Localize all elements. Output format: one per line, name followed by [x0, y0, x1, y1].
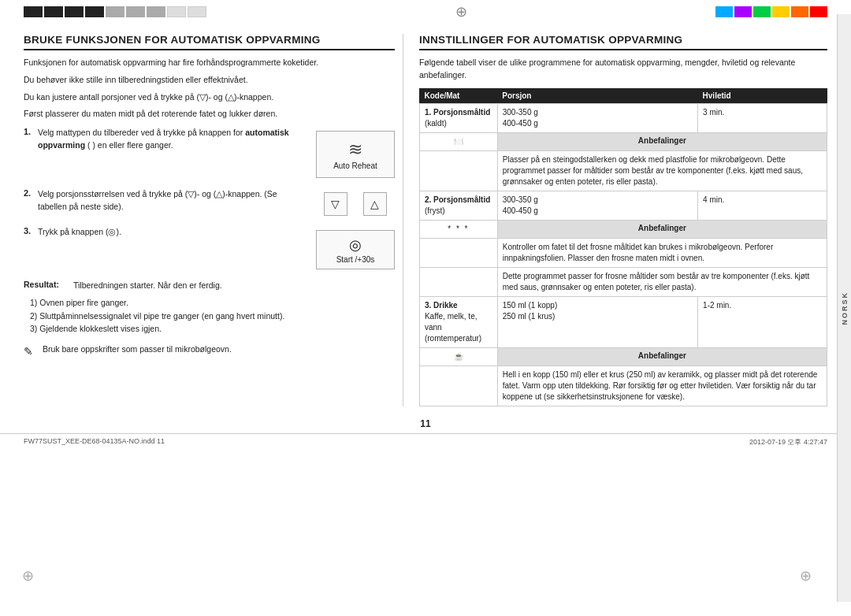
food-sub-3: Kaffe, melk, te, vann (romtemperatur) [425, 312, 481, 343]
col-kode: Kode/Mat [419, 88, 497, 104]
black-sq-1 [24, 6, 43, 17]
white-sq-2 [188, 6, 206, 17]
anbefalinger-row-1: Plasser på en steingodstallerken og dekk… [419, 150, 827, 191]
anbefalinger-text-2a: Kontroller om fatet til det frosne målti… [497, 238, 827, 267]
intro-para-2: Du behøver ikke stille inn tilberednings… [24, 74, 395, 87]
step-3-number: 3. [24, 226, 33, 239]
left-section-title: BRUKE FUNKSJONEN FOR AUTOMATISK OPPVARMI… [24, 34, 395, 50]
resultat-block: Resultat: Tilberedningen starter. Når de… [24, 280, 395, 292]
anbefalinger-row-3: Hell i en kopp (150 ml) eller et krus (2… [419, 366, 827, 406]
food-name-2: 2. Porsjonsmåltid (fryst) [419, 191, 497, 220]
page-number: 11 [0, 418, 851, 429]
auto-reheat-button: ≋ Auto Reheat [316, 131, 395, 178]
color-purple [734, 6, 752, 17]
color-blue [715, 6, 733, 17]
sub-item-2: 2) Sluttpåminnelsessignalet vil pipe tre… [30, 310, 395, 323]
portions-2: 300-350 g 400-450 g [497, 191, 697, 220]
info-table: Kode/Mat Porsjon Hviletid 1. Porsjonsmål… [419, 88, 827, 406]
intro-para-4: Først plasserer du maten midt på det rot… [24, 108, 395, 121]
sub-item-3: 3) Gjeldende klokkeslett vises igjen. [30, 322, 395, 336]
anbefalinger-text-2b: Dette programmet passer for frosne målti… [497, 267, 827, 296]
norsk-vertical-label: NORSK [841, 291, 849, 325]
left-column: BRUKE FUNKSJONEN FOR AUTOMATISK OPPVARMI… [24, 34, 403, 406]
food-icon-cell-2: * * * [419, 220, 497, 238]
hviletid-2: 4 min. [698, 191, 827, 220]
step-1-bold-suffix: ( ) en eller flere ganger. [85, 140, 173, 150]
black-sq-3 [65, 6, 84, 17]
white-sq-1 [167, 6, 186, 17]
anbefalinger-header-2: Anbefalinger [497, 220, 827, 238]
anbefalinger-text-3: Hell i en kopp (150 ml) eller et krus (2… [497, 366, 827, 406]
note-icon: ✎ [24, 343, 38, 360]
color-orange [791, 6, 808, 17]
right-section-title: INNSTILLINGER FOR AUTOMATISK OPPVARMING [419, 34, 827, 50]
food-sub-1: (kaldt) [425, 119, 447, 128]
table-header-row: Kode/Mat Porsjon Hviletid [419, 88, 827, 104]
step-1-text: Velg mattypen du tilbereder ved å trykke… [38, 128, 245, 137]
intro-para-1: Funksjonen for automatisk oppvarming har… [24, 57, 395, 69]
header-right-colors [715, 6, 835, 17]
food-row-1: 1. Porsjonsmåltid (kaldt) 300-350 g 400-… [419, 103, 827, 132]
anbefalinger-row-2a: Kontroller om fatet til det frosne målti… [419, 238, 827, 267]
arrow-up-button[interactable]: △ [363, 192, 387, 216]
food-icon-row-3: ☕ Anbefalinger [419, 347, 827, 366]
arrow-down-button[interactable]: ▽ [324, 192, 347, 216]
footer: FW77SUST_XEE-DE68-04135A-NO.indd 11 2012… [0, 433, 851, 451]
resultat-text: Tilberedningen starter. Når den er ferdi… [73, 280, 222, 292]
step-3-row: 3. Trykk på knappen (◎). [24, 226, 300, 239]
food-name-3: 3. Drikke Kaffe, melk, te, vann (romtemp… [419, 296, 497, 347]
main-content: BRUKE FUNKSJONEN FOR AUTOMATISK OPPVARMI… [0, 26, 851, 414]
step-1-content: Velg mattypen du tilbereder ved å trykke… [38, 127, 300, 152]
food-row-3: 3. Drikke Kaffe, melk, te, vann (romtemp… [419, 296, 827, 347]
step-1-row: 1. Velg mattypen du tilbereder ved å try… [24, 127, 300, 152]
hviletid-3: 1-2 min. [698, 296, 827, 347]
food-icon-row-1: 🍽️ Anbefalinger [419, 132, 827, 150]
portions-1: 300-350 g 400-450 g [497, 103, 697, 132]
note-block: ✎ Bruk bare oppskrifter som passer til m… [24, 343, 395, 360]
header-left-squares [16, 6, 206, 17]
food-row-2: 2. Porsjonsmåltid (fryst) 300-350 g 400-… [419, 191, 827, 220]
sub-item-1: 1) Ovnen piper fire ganger. [30, 296, 395, 310]
anbefalinger-text-1: Plasser på en steingodstallerken og dekk… [497, 150, 827, 191]
black-sq-2 [44, 6, 63, 17]
start-label: Start /+30s [336, 255, 375, 264]
right-sidebar-bar: NORSK [837, 14, 851, 602]
intro-para-3: Du kan justere antall porsjoner ved å tr… [24, 91, 395, 104]
step-2-content: Velg porsjonsstørrelsen ved å trykke på … [38, 188, 300, 213]
step-1-number: 1. [24, 127, 33, 152]
food-sub-2: (fryst) [425, 206, 445, 215]
resultat-label: Resultat: [24, 280, 67, 292]
arrow-buttons: ▽ △ [316, 192, 395, 216]
header-row: ⊕ [0, 0, 851, 22]
anbefalinger-icon-spacer-2 [419, 238, 497, 267]
footer-left: FW77SUST_XEE-DE68-04135A-NO.indd 11 [24, 437, 165, 447]
note-text: Bruk bare oppskrifter som passer til mik… [43, 343, 232, 356]
footer-right: 2012-07-19 오후 4:27:47 [749, 437, 827, 447]
right-column: INNSTILLINGER FOR AUTOMATISK OPPVARMING … [419, 34, 827, 406]
gray-sq-1 [106, 6, 124, 17]
color-yellow [772, 6, 790, 17]
step-2-block: ▽ △ 2. Velg porsjonsstørrelsen ved å try… [24, 188, 395, 220]
food-icon-row-2: * * * Anbefalinger [419, 220, 827, 238]
food-icon-cell-3: ☕ [419, 347, 497, 366]
step-2-row: 2. Velg porsjonsstørrelsen ved å trykke … [24, 188, 300, 213]
portions-3: 150 ml (1 kopp) 250 ml (1 krus) [497, 296, 697, 347]
resultat-sub-list: 1) Ovnen piper fire ganger. 2) Sluttpåmi… [30, 296, 395, 336]
hviletid-1: 3 min. [698, 103, 827, 132]
start-icon: ◎ [349, 236, 362, 254]
step-2-number: 2. [24, 188, 33, 213]
gray-sq-2 [126, 6, 145, 17]
compass-bottom-left: ⊕ [22, 567, 34, 584]
food-icon-cell-1: 🍽️ [419, 132, 497, 150]
step-1-block: ≋ Auto Reheat 1. Velg mattypen du tilber… [24, 127, 395, 182]
col-porsjon: Porsjon [497, 88, 697, 104]
food-name-1: 1. Porsjonsmåltid (kaldt) [419, 103, 497, 132]
anbefalinger-row-2b: Dette programmet passer for frosne målti… [419, 267, 827, 296]
compass-center: ⊕ [455, 3, 467, 20]
auto-reheat-label: Auto Reheat [333, 161, 377, 170]
anbefalinger-header-1: Anbefalinger [497, 132, 827, 150]
step-3-block: ◎ Start /+30s 3. Trykk på knappen (◎). [24, 226, 395, 273]
step-3-content: Trykk på knappen (◎). [38, 226, 300, 239]
start-button: ◎ Start /+30s [316, 230, 395, 269]
gray-sq-3 [147, 6, 165, 17]
